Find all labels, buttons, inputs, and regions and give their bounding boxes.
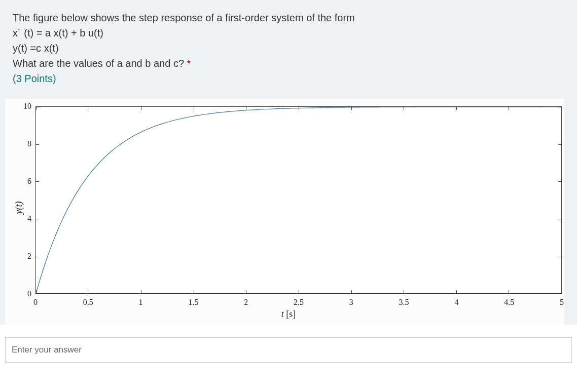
x-axis-unit: [s] bbox=[286, 309, 296, 319]
question-line-2: x˙ (t) = a x(t) + b u(t) bbox=[13, 25, 564, 41]
x-tick: 1.5 bbox=[188, 298, 198, 307]
question-line-1: The figure below shows the step response… bbox=[13, 10, 564, 25]
x-tick: 0.5 bbox=[83, 298, 93, 307]
y-tick: 0 bbox=[27, 289, 31, 298]
chart-wrapper: y(t) 0246810 00.511.522.533.544.55 t [s] bbox=[5, 99, 564, 325]
question-container: The figure below shows the step response… bbox=[0, 0, 577, 325]
x-tick-labels: 00.511.522.533.544.55 bbox=[35, 296, 562, 309]
x-tick: 5 bbox=[560, 298, 564, 307]
y-tick: 8 bbox=[27, 139, 31, 148]
chart-area: y(t) 0246810 00.511.522.533.544.55 bbox=[15, 106, 562, 309]
x-tick: 4 bbox=[454, 298, 458, 307]
x-tick: 0 bbox=[33, 298, 38, 307]
x-tick: 2 bbox=[244, 298, 248, 307]
y-tick: 6 bbox=[27, 177, 31, 186]
x-axis-label: t [s] bbox=[15, 309, 562, 320]
plot-zone: 0246810 00.511.522.533.544.55 bbox=[35, 106, 562, 309]
x-tick: 3.5 bbox=[399, 298, 409, 307]
y-tick: 4 bbox=[27, 214, 31, 223]
x-tick: 2.5 bbox=[294, 298, 304, 307]
points-label: (3 Points) bbox=[13, 71, 564, 86]
x-axis-var: t bbox=[281, 309, 284, 319]
response-curve bbox=[36, 107, 561, 293]
y-tick: 2 bbox=[27, 252, 31, 261]
required-mark: * bbox=[187, 58, 191, 69]
x-tick: 1 bbox=[139, 298, 143, 307]
answer-input[interactable] bbox=[5, 337, 572, 363]
question-text: The figure below shows the step response… bbox=[5, 10, 564, 86]
plot-box bbox=[35, 106, 562, 294]
y-tick-labels: 0246810 bbox=[19, 106, 34, 294]
answer-input-wrapper bbox=[0, 325, 577, 368]
question-line-4: What are the values of a and b and c? * bbox=[13, 56, 564, 71]
y-tick: 10 bbox=[23, 102, 31, 111]
question-line-3: y(t) =c x(t) bbox=[13, 41, 564, 56]
x-tick: 3 bbox=[349, 298, 353, 307]
x-tick: 4.5 bbox=[504, 298, 514, 307]
question-prompt: What are the values of a and b and c? bbox=[13, 58, 184, 69]
